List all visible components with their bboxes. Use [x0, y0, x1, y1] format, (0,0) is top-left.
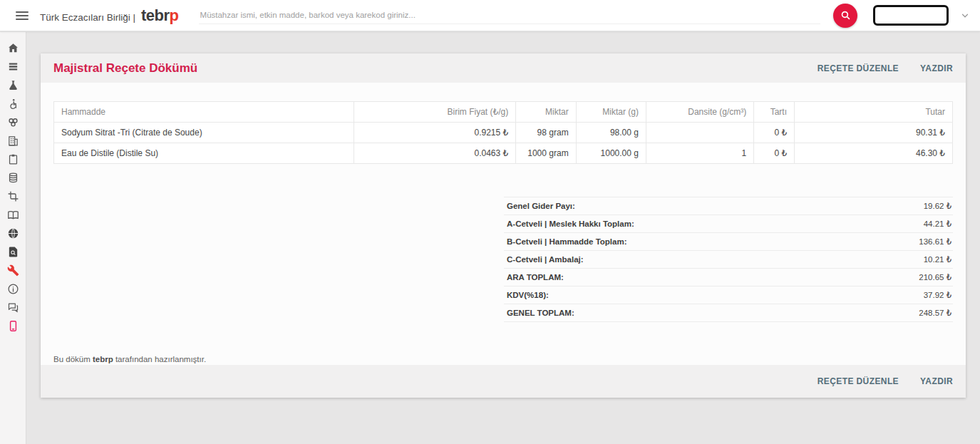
- sidebar-item-accessibility[interactable]: [0, 98, 26, 110]
- summary-value: 10.21 ₺: [924, 254, 951, 264]
- col-tarti: Tartı: [754, 102, 795, 123]
- summary-value: 136.61 ₺: [919, 237, 951, 247]
- col-tutar: Tutar: [795, 102, 953, 123]
- sidebar-item-database[interactable]: [0, 172, 26, 184]
- sidebar: [0, 32, 26, 444]
- sidebar-item-building[interactable]: [0, 135, 26, 147]
- summary-value: 248.57 ₺: [919, 308, 951, 318]
- book-icon: [7, 209, 19, 221]
- accessibility-icon: [7, 98, 19, 110]
- summary-label: C-Cetveli | Ambalaj:: [507, 255, 584, 264]
- cell-tutar: 46.30 ₺: [795, 143, 953, 164]
- sidebar-item-home[interactable]: [0, 42, 26, 54]
- table-header-row: Hammadde Birim Fiyat (₺/g) Miktar Miktar…: [54, 102, 953, 123]
- home-icon: [7, 42, 19, 54]
- search-field-wrap: [199, 6, 820, 24]
- cell-tutar: 90.31 ₺: [795, 123, 953, 143]
- cell-miktar-g: 98.00 g: [576, 123, 646, 143]
- yazdir-button-bottom[interactable]: YAZDIR: [920, 376, 953, 386]
- globe-icon: [7, 227, 19, 239]
- card-body: Hammadde Birim Fiyat (₺/g) Miktar Miktar…: [41, 83, 966, 365]
- brand-text: Türk Eczacıları Birliği |: [40, 12, 135, 23]
- user-menu-redacted[interactable]: [873, 5, 949, 26]
- cell-hammadde: Sodyum Sitrat -Tri (Citrate de Soude): [54, 123, 354, 143]
- document-search-icon: [7, 246, 19, 258]
- wrench-icon: [7, 264, 19, 277]
- summary-label: Genel Gider Payı:: [507, 202, 575, 210]
- col-birim-fiyat: Birim Fiyat (₺/g): [354, 102, 516, 123]
- cell-hammadde: Eau de Distile (Distile Su): [54, 143, 354, 164]
- summary-row: GENEL TOPLAM:248.57 ₺: [504, 304, 953, 322]
- recete-duzenle-button-top[interactable]: REÇETE DÜZENLE: [817, 63, 899, 73]
- chevron-down-icon[interactable]: [960, 11, 970, 21]
- sidebar-item-chat[interactable]: [0, 301, 26, 314]
- col-miktar-g: Miktar (g): [576, 102, 646, 123]
- page-title: Majistral Reçete Dökümü: [53, 61, 197, 76]
- summary-row: Genel Gider Payı:19.62 ₺: [504, 197, 953, 215]
- sidebar-item-info[interactable]: [0, 283, 26, 295]
- summary-row: ARA TOPLAM:210.65 ₺: [504, 268, 953, 286]
- card-header: Majistral Reçete Dökümü REÇETE DÜZENLE Y…: [41, 53, 966, 83]
- sidebar-item-tools[interactable]: [0, 264, 26, 277]
- search-icon: [840, 9, 852, 21]
- sidebar-item-pills[interactable]: [0, 116, 26, 128]
- summary-value: 19.62 ₺: [924, 201, 951, 211]
- cell-tarti: 0 ₺: [754, 123, 795, 143]
- header-actions: REÇETE DÜZENLE YAZDIR: [796, 63, 953, 73]
- footer-note: Bu döküm tebrp tarafından hazırlanmıştır…: [53, 355, 953, 363]
- table-row: Eau de Distile (Distile Su) 0.0463 ₺ 100…: [54, 143, 953, 164]
- clipboard-icon: [7, 153, 19, 165]
- summary-value: 44.21 ₺: [924, 219, 951, 229]
- summary-row: C-Cetveli | Ambalaj:10.21 ₺: [504, 250, 953, 268]
- sidebar-item-lab[interactable]: [0, 79, 26, 91]
- sidebar-item-document-search[interactable]: [0, 246, 26, 258]
- cell-miktar: 98 gram: [516, 123, 576, 143]
- search-button[interactable]: [833, 4, 857, 28]
- crop-icon: [7, 190, 19, 202]
- building-icon: [7, 135, 19, 147]
- pills-icon: [7, 116, 19, 128]
- yazdir-button-top[interactable]: YAZDIR: [920, 63, 953, 73]
- table-row: Sodyum Sitrat -Tri (Citrate de Soude) 0.…: [54, 123, 953, 143]
- summary-row: A-Cetveli | Meslek Hakkı Toplam:44.21 ₺: [504, 215, 953, 232]
- sidebar-item-crop[interactable]: [0, 190, 26, 202]
- cell-miktar: 1000 gram: [516, 143, 576, 164]
- sidebar-item-clipboard[interactable]: [0, 153, 26, 165]
- recete-duzenle-button-bottom[interactable]: REÇETE DÜZENLE: [817, 376, 899, 386]
- tebrp-logo: tebrp: [141, 6, 179, 25]
- brand: Türk Eczacıları Birliği | tebrp: [40, 6, 179, 25]
- summary-label: GENEL TOPLAM:: [507, 309, 574, 317]
- summary-value: 37.92 ₺: [924, 290, 951, 300]
- col-miktar: Miktar: [516, 102, 576, 123]
- cell-dansite: [646, 123, 753, 143]
- footer-actions: REÇETE DÜZENLE YAZDIR: [796, 376, 953, 386]
- summary-value: 210.65 ₺: [919, 272, 951, 282]
- cell-tarti: 0 ₺: [754, 143, 795, 164]
- hamburger-menu-icon[interactable]: [16, 11, 29, 20]
- footer-note-brand: tebrp: [93, 355, 113, 363]
- sidebar-item-list[interactable]: [0, 61, 26, 73]
- sidebar-item-book[interactable]: [0, 209, 26, 221]
- totals-summary: Genel Gider Payı:19.62 ₺ A-Cetveli | Mes…: [504, 197, 953, 322]
- majistral-recipe-card: Majistral Reçete Dökümü REÇETE DÜZENLE Y…: [41, 53, 966, 398]
- cell-miktar-g: 1000.00 g: [576, 143, 646, 164]
- cell-dansite: 1: [646, 143, 753, 164]
- summary-label: B-Cetveli | Hammadde Toplam:: [507, 237, 627, 246]
- info-icon: [7, 283, 19, 295]
- chat-icon: [7, 301, 19, 314]
- database-icon: [7, 172, 19, 184]
- cell-birim-fiyat: 0.9215 ₺: [354, 123, 516, 143]
- search-input[interactable]: [199, 6, 820, 24]
- mobile-phone-icon: [7, 320, 19, 332]
- sidebar-item-mobile[interactable]: [0, 320, 26, 332]
- summary-label: KDV(%18):: [507, 291, 549, 299]
- list-rows-icon: [7, 61, 19, 73]
- summary-row: B-Cetveli | Hammadde Toplam:136.61 ₺: [504, 232, 953, 250]
- card-footer: REÇETE DÜZENLE YAZDIR: [41, 365, 966, 398]
- cell-birim-fiyat: 0.0463 ₺: [354, 143, 516, 164]
- summary-label: ARA TOPLAM:: [507, 273, 564, 282]
- flask-icon: [7, 79, 19, 91]
- col-hammadde: Hammadde: [54, 102, 354, 123]
- ingredients-table: Hammadde Birim Fiyat (₺/g) Miktar Miktar…: [53, 101, 953, 164]
- sidebar-item-globe[interactable]: [0, 227, 26, 239]
